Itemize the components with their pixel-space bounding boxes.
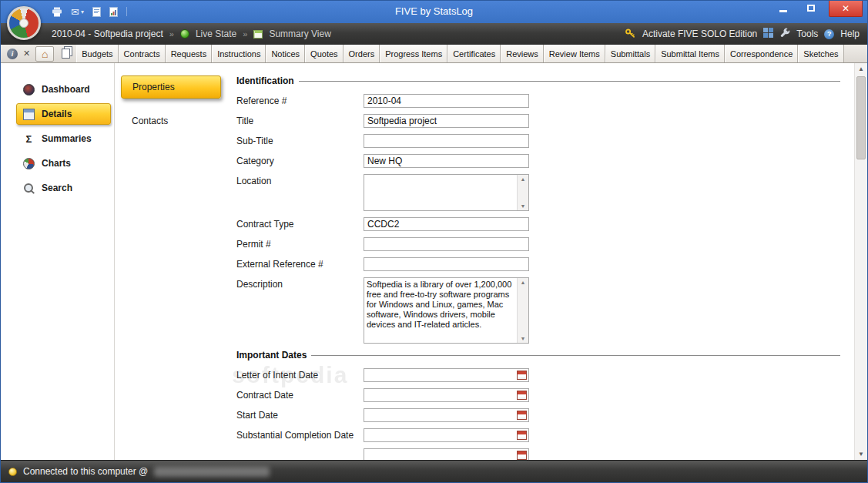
tab[interactable]: Contracts: [119, 45, 166, 62]
close-tab-icon[interactable]: ✕: [23, 49, 30, 59]
calendar-icon[interactable]: [517, 431, 527, 440]
tab[interactable]: Requests: [166, 45, 212, 62]
email-dropdown-icon[interactable]: ▾: [81, 8, 84, 15]
home-button[interactable]: ⌂: [35, 46, 54, 62]
vertical-scrollbar[interactable]: ▲ ▼: [854, 63, 867, 460]
date-field: [364, 448, 529, 460]
date-input[interactable]: [364, 370, 517, 381]
sidebar-item-label: Summaries: [42, 133, 92, 144]
text-input[interactable]: [364, 114, 529, 128]
scroll-down-icon[interactable]: ▼: [521, 203, 526, 209]
textarea-scrollbar[interactable]: ▲ ▼: [517, 278, 528, 343]
sidebar-item[interactable]: Charts: [16, 153, 111, 174]
activate-link[interactable]: Activate FIVE SOLO Edition: [642, 29, 757, 39]
field-label: Title: [236, 114, 364, 128]
important-dates-fields: Letter of Intent Date Contract Date: [236, 368, 840, 460]
main-area: Dashboard Details Σ Summaries Charts: [1, 63, 867, 460]
scroll-up-icon[interactable]: ▲: [855, 63, 867, 75]
tab[interactable]: Reviews: [501, 45, 544, 62]
text-input[interactable]: [364, 154, 529, 168]
tab[interactable]: Progress Items: [380, 45, 447, 62]
date-input[interactable]: [364, 450, 517, 460]
tab[interactable]: Quotes: [305, 45, 343, 62]
breadcrumb-separator: »: [243, 29, 247, 39]
form-field-row: Category New HQ ▲ ▼: [236, 154, 840, 168]
tab[interactable]: Sketches: [798, 45, 843, 62]
textarea-text: Softpedia is a library of over 1,200,000…: [364, 278, 517, 343]
date-input[interactable]: [364, 390, 517, 401]
date-input[interactable]: [364, 430, 517, 441]
toolbar-separator: [126, 7, 127, 16]
breadcrumb-project[interactable]: 2010-04 - Softpedia project: [52, 29, 163, 39]
redacted-status-detail: [154, 467, 270, 477]
subnav-item[interactable]: Contacts: [121, 109, 221, 132]
breadcrumb-live-state[interactable]: Live State: [196, 29, 236, 39]
textarea-input[interactable]: Softpedia is a library of over 1,200,000…: [364, 277, 529, 344]
tab[interactable]: Budgets: [76, 45, 118, 62]
tab[interactable]: Correspondence: [725, 45, 798, 62]
breadcrumb-summary-view[interactable]: Summary View: [269, 29, 330, 39]
tools-menu[interactable]: Tools: [796, 29, 818, 39]
home-icon: ⌂: [42, 49, 48, 59]
tab[interactable]: Review Items: [544, 45, 605, 62]
sidebar-item-icon: [23, 183, 35, 194]
text-input[interactable]: [364, 257, 529, 271]
field-label: Reference #: [236, 94, 364, 108]
text-input[interactable]: [364, 237, 529, 251]
form-field-row: Contract Date: [236, 388, 840, 402]
tab[interactable]: Submittal Items: [655, 45, 725, 62]
field-label: Category: [236, 154, 364, 168]
text-input[interactable]: [364, 217, 529, 231]
calendar-icon[interactable]: [517, 411, 527, 420]
calendar-icon[interactable]: [517, 391, 527, 400]
tab-bar-icons: i ✕ ⌂: [1, 45, 76, 62]
grid-icon[interactable]: [763, 28, 773, 40]
report-icon[interactable]: [109, 7, 118, 17]
summary-view-icon: [253, 30, 263, 39]
print-icon[interactable]: [52, 7, 62, 17]
date-input[interactable]: [364, 410, 517, 421]
textarea-scrollbar[interactable]: ▲ ▼: [517, 175, 528, 210]
maximize-button[interactable]: [801, 1, 821, 15]
calendar-icon[interactable]: [517, 451, 527, 460]
date-field: [364, 428, 529, 442]
breadcrumb-right-actions: Activate FIVE SOLO Edition Tools ? Help: [625, 28, 867, 41]
tab[interactable]: Orders: [344, 45, 380, 62]
sidebar-item[interactable]: Σ Summaries: [16, 128, 111, 149]
tab[interactable]: Notices: [266, 45, 305, 62]
text-input[interactable]: [364, 134, 529, 148]
form-field-row: Contract Type CCDC2 ▲ ▼: [236, 217, 840, 231]
info-icon[interactable]: i: [7, 49, 18, 59]
tab[interactable]: Instructions: [212, 45, 266, 62]
text-input[interactable]: [364, 94, 529, 108]
sidebar-item[interactable]: Details: [16, 103, 111, 125]
sidebar-item[interactable]: Search: [16, 177, 111, 199]
scroll-up-icon[interactable]: ▲: [521, 280, 526, 285]
close-button[interactable]: ✕: [829, 1, 863, 17]
scroll-up-icon[interactable]: ▲: [521, 176, 526, 182]
field-label: Location: [236, 174, 364, 188]
help-menu[interactable]: Help: [840, 29, 860, 39]
tab[interactable]: Submittals: [605, 45, 655, 62]
export-icon[interactable]: [92, 7, 101, 17]
section-divider: [311, 355, 840, 356]
sidebar-item[interactable]: Dashboard: [16, 79, 111, 100]
module-tabs: Budgets Contracts Requests Instructions …: [76, 45, 867, 62]
scroll-down-icon[interactable]: ▼: [521, 336, 526, 341]
tab[interactable]: Certificates: [447, 45, 501, 62]
copy-pages-icon[interactable]: [62, 49, 70, 59]
email-icon[interactable]: ✉ ▾: [71, 7, 84, 17]
app-logo[interactable]: [7, 6, 41, 40]
textarea-input[interactable]: ▲ ▼: [364, 174, 529, 211]
subnav-item[interactable]: Properties: [121, 75, 221, 99]
form-field-row: Description Softpedia is a library of ov…: [236, 277, 840, 344]
field-label: Start Date: [236, 408, 364, 422]
key-icon: [625, 28, 636, 41]
live-state-icon: [180, 29, 189, 39]
form-field-row: Location ▲ ▼: [236, 174, 840, 211]
minimize-button[interactable]: [773, 1, 793, 15]
scrollbar-thumb[interactable]: [856, 76, 866, 159]
date-field: [364, 368, 529, 382]
calendar-icon[interactable]: [517, 371, 527, 380]
scroll-down-icon[interactable]: ▼: [855, 448, 867, 460]
